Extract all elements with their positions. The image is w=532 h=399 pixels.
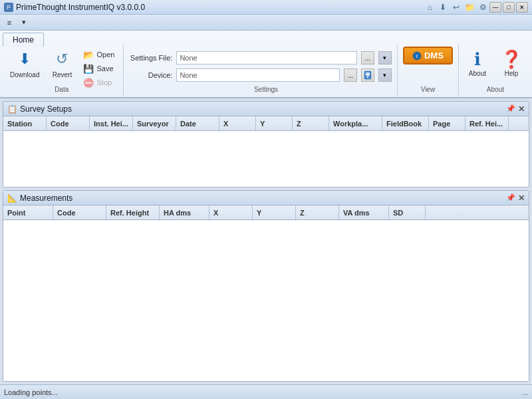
meas-col-y: Y (253, 205, 296, 219)
survey-close-button[interactable]: ✕ (518, 104, 525, 114)
device-label: Device: (129, 71, 172, 79)
about-group-content: ℹ About ❓ Help (464, 47, 527, 79)
view-group-label: View (398, 84, 458, 94)
svg-point-2 (367, 76, 368, 78)
about-group-label: About (459, 84, 532, 94)
settings-file-row: Settings File: ... ▾ (129, 51, 392, 65)
download-btn-icon: ⬇ (14, 49, 35, 70)
ribbon-group-about: ℹ About ❓ Help About (459, 44, 532, 97)
device-browse[interactable]: ... (344, 68, 357, 82)
measurements-pin-button[interactable]: 📌 (506, 194, 515, 202)
about-button[interactable]: ℹ About (464, 47, 491, 79)
survey-pin-button[interactable]: 📌 (506, 104, 515, 113)
svg-rect-1 (366, 72, 370, 76)
survey-col-station: Station (3, 116, 47, 130)
survey-col-workplace: Workpla... (329, 116, 382, 130)
about-label: About (469, 70, 486, 77)
app-title: PrimeThought InstrumentIQ v3.0.0.0 (16, 3, 145, 12)
device-action-icon (363, 70, 372, 80)
revert-btn-icon: ↺ (51, 49, 72, 70)
tab-home[interactable]: Home (3, 33, 44, 47)
save-icon: 💾 (83, 64, 94, 74)
minimize-button[interactable]: — (489, 2, 501, 13)
survey-col-page: Page (429, 116, 466, 130)
survey-col-z: Z (293, 116, 329, 130)
help-icon: ❓ (501, 49, 522, 70)
status-right: ... (522, 388, 528, 396)
meas-col-hadms: HA dms (160, 205, 209, 219)
about-icon: ℹ (474, 49, 481, 70)
revert-button[interactable]: ↺ Revert (47, 47, 77, 81)
survey-col-insthei: Inst. Hei... (90, 116, 133, 130)
survey-panel-icon: 📋 (7, 104, 17, 114)
quick-access-toolbar: ≡ ▾ (0, 15, 532, 31)
title-bar-left: P PrimeThought InstrumentIQ v3.0.0.0 (4, 3, 145, 12)
back-icon[interactable]: ↩ (451, 2, 462, 13)
dms-button[interactable]: i DMS (403, 47, 453, 65)
survey-col-refhei: Ref. Hei... (466, 116, 509, 130)
top-right-icons: ⌂ ⬇ ↩ 📁 ⚙ (424, 2, 488, 13)
meas-col-code: Code (53, 205, 106, 219)
survey-table-header: Station Code Inst. Hei... Surveyor Date … (3, 116, 529, 131)
meas-col-point: Point (3, 205, 53, 219)
download-icon[interactable]: ⬇ (438, 2, 448, 13)
close-button[interactable]: ✕ (516, 2, 528, 13)
measurements-panel: 📐 Measurements 📌 ✕ Point Code Ref. Heigh… (3, 190, 529, 382)
help-button[interactable]: ❓ Help (496, 47, 527, 79)
ribbon-group-settings: Settings File: ... ▾ Device: ... ▾ Setti… (124, 44, 398, 97)
survey-col-fieldbook: FieldBook (382, 116, 429, 130)
dms-icon: i (412, 51, 422, 61)
small-buttons-column: 📂 Open 💾 Save ⛔ Stop (80, 47, 118, 89)
settings-file-label: Settings File: (129, 54, 172, 62)
dms-label: DMS (424, 51, 444, 61)
status-text: Loading points... (4, 388, 58, 396)
meas-col-vadms: VA dms (339, 205, 389, 219)
save-button[interactable]: 💾 Save (80, 62, 118, 75)
main-content: 📋 Survey Setups 📌 ✕ Station Code Inst. H… (0, 98, 532, 384)
folder-icon[interactable]: 📁 (464, 2, 475, 13)
device-input[interactable] (176, 68, 340, 82)
meas-col-x: X (209, 205, 253, 219)
open-button[interactable]: 📂 Open (80, 48, 118, 61)
meas-col-z: Z (296, 205, 339, 219)
settings-file-input[interactable] (176, 51, 357, 65)
download-btn-label: Download (10, 71, 39, 79)
survey-col-date: Date (176, 116, 219, 130)
help-label: Help (505, 70, 519, 77)
survey-panel-header: 📋 Survey Setups 📌 ✕ (3, 102, 529, 116)
qa-dropdown-button[interactable]: ▾ (17, 17, 31, 29)
measurements-panel-header: 📐 Measurements 📌 ✕ (3, 191, 529, 205)
home-icon[interactable]: ⌂ (424, 2, 435, 13)
revert-btn-label: Revert (53, 71, 72, 79)
survey-col-y: Y (256, 116, 293, 130)
settings-file-dropdown[interactable]: ▾ (378, 51, 392, 65)
measurements-table-header: Point Code Ref. Height HA dms X Y Z VA d… (3, 205, 529, 220)
ribbon-group-view: i DMS View (398, 44, 459, 97)
open-label: Open (96, 51, 114, 59)
measurements-panel-title: Measurements (20, 194, 503, 203)
meas-col-sd: SD (389, 205, 426, 219)
measurements-table-body[interactable] (3, 220, 529, 381)
survey-table-body[interactable] (3, 131, 529, 187)
app-icon: P (4, 3, 13, 12)
device-dropdown[interactable]: ▾ (378, 68, 392, 82)
title-controls: ⌂ ⬇ ↩ 📁 ⚙ — □ ✕ (424, 2, 528, 13)
open-icon: 📂 (83, 50, 94, 60)
settings-icon[interactable]: ⚙ (477, 2, 488, 13)
measurements-close-button[interactable]: ✕ (518, 194, 525, 203)
settings-file-browse[interactable]: ... (361, 51, 374, 65)
ribbon: ⬇ Download ↺ Revert 📂 Open 💾 Save ⛔ (0, 31, 532, 98)
status-bar: Loading points... ... (0, 384, 532, 399)
qa-menu-button[interactable]: ≡ (3, 17, 16, 29)
device-row: Device: ... ▾ (129, 68, 392, 82)
maximize-button[interactable]: □ (503, 2, 515, 13)
device-action-button[interactable] (361, 68, 374, 82)
meas-col-refheight: Ref. Height (106, 205, 160, 219)
svg-text:i: i (416, 54, 418, 59)
download-button[interactable]: ⬇ Download (5, 47, 44, 81)
survey-panel-title: Survey Setups (20, 104, 503, 114)
survey-col-code: Code (47, 116, 90, 130)
save-label: Save (96, 65, 113, 72)
survey-col-x: X (219, 116, 256, 130)
survey-col-surveyor: Surveyor (133, 116, 176, 130)
